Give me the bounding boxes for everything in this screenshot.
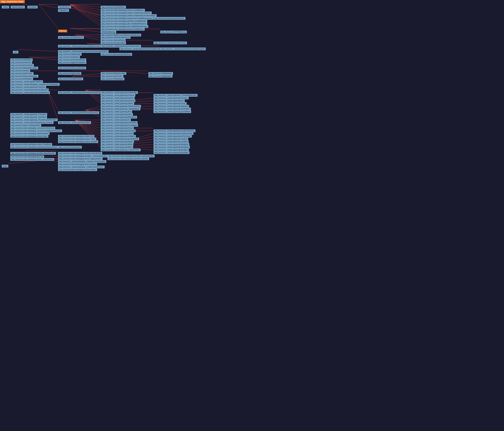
diagram-canvas: pkg_resources-class — [0, 0, 205, 179]
svg-line-54 — [47, 90, 58, 120]
node-ZipProvider: pkg_resources.ZipProvider — [101, 75, 123, 78]
node-EggProvider: pkg_resources.EggProvider — [58, 72, 81, 75]
node-extern_packaging_version_Version: pkg_resources.extern.packaging.version.V… — [58, 168, 97, 171]
node-IResourceProvider: pkg_resources.IResourceProvider — [58, 66, 86, 69]
node-extern_utils_InvalidWheelFilename: pkg_resources.extern.packaging.utils.Inv… — [101, 25, 148, 28]
node-dict: •dict — [13, 51, 18, 54]
node-extern_packaging_markers_Variable: pkg_resources.extern.packaging.markers.V… — [58, 140, 98, 143]
node-vendor_pyparsing_ParserElement: pkg_resources._vendor.pyparsing.ParserEl… — [10, 91, 50, 94]
node-vendorpyparsing_ParseBaseException: pkg_resources._vendor.pyparsing.ParseBas… — [58, 45, 102, 48]
node-extern_packaging_markers_Undefined: pkg_resources.extern.packaging.markers.U… — [10, 143, 52, 146]
svg-line-26 — [18, 49, 58, 51]
node-vendor_pyparsing_GoToColumn: pkg_resources._vendor.pyparsing.GoToColu… — [153, 135, 192, 138]
node-extern_packaging_specifiers_SpecifierSet: pkg_resources.extern.packaging.specifier… — [58, 152, 102, 155]
node-extern_markers_UndefinedComparison: pkg_resources.extern.packaging.markers.U… — [101, 11, 152, 14]
node-vendor_packaging_manylinux_GLibCVersion: pkg_resources._vendor.packaging._manylin… — [58, 160, 106, 163]
node-extern_packaging_specifiers_BaseSpecifier: pkg_resources.extern.packaging.specifier… — [10, 152, 56, 155]
node-ZipManifests: pkg_resources.ZipManifests — [58, 53, 82, 56]
node-PEP440Warning: pkg_resources.PEP440Warning — [160, 30, 187, 33]
svg-line-15 — [70, 28, 101, 29]
node-extern_packaging_version_BaseVersion: pkg_resources.extern.packaging.version._… — [10, 158, 54, 161]
node-vendorpyparsing_ParseSyntaxException: pkg_resources._vendor.pyparsing.ParseSyn… — [160, 47, 206, 50]
node-ContextualVersionConflict: pkg_resources.ContextualVersionConflict — [153, 41, 187, 44]
node-vendor_pyparsing_NoMatch: pkg_resources._vendor.pyparsing.NoMatch — [101, 135, 136, 138]
node-vendor_pyparsing_Group: pkg_resources._vendor.pyparsing.Group — [153, 102, 187, 105]
node-extern_packaging_specifiers_IndividualSpecifier: pkg_resources.extern.packaging.specifier… — [58, 155, 108, 157]
svg-line-9 — [70, 4, 101, 15]
svg-line-47 — [85, 106, 101, 110]
node-vendor_pyparsing_MultipleMatch: pkg_resources._vendor.pyparsing._Multipl… — [101, 108, 141, 110]
node-NullProvider: pkg_resources.NullProvider — [10, 72, 34, 75]
svg-line-4 — [39, 4, 58, 28]
node-vendor_appdirs_AppDirs: pkg_resources._vendor.appdirs.AppDirs — [10, 80, 43, 83]
node-extern_utils_InvalidSdistFilename: pkg_resources.extern.packaging.utils.Inv… — [101, 22, 147, 25]
svg-line-3 — [39, 4, 58, 8]
node-vendor_pyparsing_Literal: pkg_resources._vendor.pyparsing.Literal — [101, 132, 134, 135]
node-extern_version_InvalidVersion: pkg_resources.extern.packaging.version.I… — [101, 28, 145, 31]
node-ReqExtras: pkg_resources.ReqExtras — [58, 56, 80, 58]
node-tuple: •tuple — [2, 165, 8, 167]
node-vendor_pyparsing_Constants: pkg_resources._vendor.pyparsing._Constan… — [10, 113, 47, 116]
node-ExtractionError: pkg_resources.ExtractionError — [101, 6, 126, 9]
node-Distribution: pkg_resources.Distribution — [10, 58, 33, 61]
node-ResolutionError: pkg_resources.ResolutionError — [58, 36, 84, 39]
node-extern_markers_InvalidMarker: pkg_resources.extern.packaging.markers.I… — [101, 9, 145, 12]
node-EmptyProvider: pkg_resources.EmptyProvider — [58, 77, 83, 80]
svg-line-13 — [70, 4, 101, 26]
svg-line-8 — [70, 4, 101, 13]
node-vendor_packaging_manylinux_ELFFileHeader: pkg_resources._vendor.packaging._manylin… — [10, 83, 60, 86]
svg-line-67 — [75, 120, 101, 147]
node-EntryPoint: pkg_resources.EntryPoint — [10, 61, 32, 64]
node-vendor_pyparsing_OneOrMore: pkg_resources._vendor.pyparsing.OneOrMor… — [153, 108, 191, 110]
node-vendorpyparsing_ParseException: pkg_resources._vendor.pyparsing.ParseExc… — [101, 45, 141, 48]
node-vendor_pyparsing_Combine: pkg_resources._vendor.pyparsing.Combine — [153, 97, 189, 100]
node-vendor_pyparsing_pyparsing_common: pkg_resources._vendor.pyparsing.pyparsin… — [10, 121, 54, 124]
node-vendorpyparsing_RecursiveGrammarException: pkg_resources._vendor.pyparsing.Recursiv… — [58, 50, 109, 53]
node-RequirementParseError: pkg_resources.RequirementParseError — [153, 17, 186, 20]
node-VendorImporter: pkg_resources.extern.VendorImporter — [10, 124, 41, 127]
node-vendor_pyparsing_LineStart: pkg_resources._vendor.pyparsing.LineStar… — [153, 140, 189, 143]
node-extern_packaging_specifiers_Specifier: pkg_resources.extern.packaging.specifier… — [108, 157, 149, 160]
node-vendor_pyparsing_Forward: pkg_resources._vendor.pyparsing.Forward — [101, 94, 135, 97]
node-vendor_pyparsing_Word: pkg_resources._vendor.pyparsing.Word — [101, 146, 133, 149]
node-extern_packaging_specifiers_LegacySpecifier: pkg_resources.extern.packaging.specifier… — [108, 155, 155, 157]
node-VersionConflict: pkg_resources.VersionConflict — [101, 41, 126, 44]
node-vendor_pyparsing_WordEnd: pkg_resources._vendor.pyparsing.WordEnd — [153, 148, 189, 151]
node-UnknownExtra: pkg_resources.UnknownExtra — [101, 39, 126, 42]
node-DefaultProvider: pkg_resources.DefaultProvider — [101, 72, 126, 75]
node-extern_specifiers_InvalidSpecifier: pkg_resources.extern.packaging.specifier… — [101, 20, 147, 23]
node-EggInfoDistribution: pkg_resources.EggInfoDistribution — [58, 61, 86, 64]
node-extern_packaging_markers_Marker: pkg_resources.extern.packaging.markers.M… — [10, 132, 50, 135]
node-vendor_pyparsing_StringStart: pkg_resources._vendor.pyparsing.StringSt… — [153, 146, 190, 149]
node-vendor_pyparsing_And: pkg_resources._vendor.pyparsing.And — [101, 110, 132, 113]
svg-line-6 — [70, 4, 101, 7]
node-vendor_pyparsing_LineEnd: pkg_resources._vendor.pyparsing.LineEnd — [153, 138, 188, 140]
node-vendor_pyparsing_ParseExpression: pkg_resources._vendor.pyparsing.ParseExp… — [58, 111, 99, 114]
node-IMetadataProvider: pkg_resources.IMetadataProvider — [10, 66, 38, 69]
node-vendor_pyparsing_OnlyOnce: pkg_resources._vendor.pyparsing.OnlyOnce — [10, 86, 46, 89]
node-vendor_pyparsing_QuotedString: pkg_resources._vendor.pyparsing.QuotedSt… — [101, 138, 139, 140]
node-Warning: •Warning — [58, 29, 67, 32]
node-vendor_pyparsing_PositionToken: pkg_resources._vendor.pyparsing._Positio… — [101, 148, 141, 151]
node-vendor_pyparsing_CaselessKeyword: pkg_resources._vendor.pyparsing.Caseless… — [153, 129, 196, 132]
node-vendor_pyparsing_CloseMatch: pkg_resources._vendor.pyparsing.CloseMat… — [101, 124, 138, 127]
node-vendorpyparsing_ParseFatalException: pkg_resources._vendor.pyparsing.ParseFat… — [119, 47, 163, 50]
svg-line-50 — [85, 109, 101, 110]
svg-line-10 — [70, 4, 101, 18]
node-vendor_pyparsing_CaselessLiteral: pkg_resources._vendor.pyparsing.Caseless… — [153, 132, 194, 135]
node-extern_packaging_structures_InfinityType: pkg_resources.extern.packaging._structur… — [10, 127, 55, 129]
node-Exception: •Exception — [27, 6, 38, 9]
node-extern_packaging_markers_Value: pkg_resources.extern.packaging.markers.V… — [58, 138, 96, 140]
node-RuntimeError: •RuntimeError — [58, 6, 71, 9]
svg-line-16 — [70, 28, 101, 32]
node-Requirement: pkg_resources.Requirement — [58, 146, 82, 149]
node-vendor_pyparsing_Each: pkg_resources._vendor.pyparsing.Each — [101, 113, 133, 116]
node-ValueError: •ValueError — [58, 9, 69, 12]
node-vendor_pyparsing_Or: pkg_resources._vendor.pyparsing.Or — [101, 119, 131, 121]
node-vendor_pyparsing_ParseResults: pkg_resources._vendor.pyparsing.ParseRes… — [10, 88, 49, 91]
node-extern_packaging_structures_NegativeInfinityType: pkg_resources.extern.packaging._structur… — [10, 129, 62, 132]
diagram-title: pkg_resources-class — [0, 0, 25, 3]
node-vendor_pyparsing_FollowedBy: pkg_resources._vendor.pyparsing.Followed… — [101, 91, 138, 94]
node-extern_packaging_markers_Node: pkg_resources.extern.packaging.markers.N… — [10, 135, 48, 138]
node-NoDists: pkg_resources.NoDists — [10, 69, 30, 72]
